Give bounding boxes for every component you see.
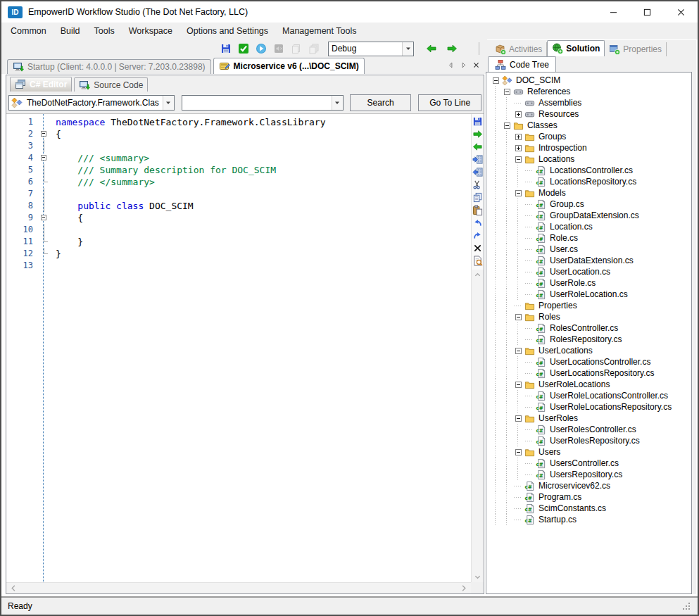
tree-item[interactable]: UserLocations	[486, 345, 691, 356]
menu-options-and-settings[interactable]: Options and Settings	[180, 23, 275, 39]
paste-button[interactable]	[472, 204, 484, 216]
maximize-button[interactable]	[630, 1, 664, 23]
nav-back-button[interactable]	[422, 41, 440, 56]
tree-item[interactable]: c#UserRolesController.cs	[486, 424, 691, 435]
cut-button[interactable]	[472, 179, 484, 191]
chevron-down-icon[interactable]	[332, 96, 343, 110]
forward-arrow-button[interactable]	[472, 128, 484, 140]
collapse-expander-icon[interactable]	[512, 446, 524, 458]
goto-definition-button[interactable]	[472, 153, 484, 165]
tree-item[interactable]: Introspection	[486, 142, 691, 153]
tree-item[interactable]: c#ScimConstants.cs	[486, 503, 691, 514]
redo-button[interactable]	[472, 230, 484, 241]
code-line[interactable]: 13	[6, 260, 471, 272]
fold-collapse-icon[interactable]	[39, 128, 49, 140]
tree-item[interactable]: c#UserRolesRepository.cs	[486, 435, 691, 446]
tab-scroll-right-icon[interactable]	[460, 61, 467, 69]
tree-item[interactable]: Resources	[486, 108, 691, 120]
code-line[interactable]: 4 /// <summary>	[6, 152, 471, 164]
chevron-right-icon[interactable]	[460, 584, 467, 592]
doc-tab[interactable]: Microservice v6 (...\DOC_SCIM)	[213, 58, 365, 74]
copy-button[interactable]	[472, 191, 484, 203]
save-button[interactable]	[217, 41, 234, 56]
tab-scroll-left-icon[interactable]	[447, 61, 455, 69]
code-line[interactable]: 12}	[6, 248, 471, 260]
tree-item[interactable]: UserRoleLocations	[486, 379, 691, 390]
go-to-line-button[interactable]: Go To Line	[418, 94, 481, 111]
tree-item[interactable]: Classes	[486, 120, 691, 131]
expand-expander-icon[interactable]	[512, 131, 524, 142]
preview-button[interactable]	[472, 255, 484, 267]
tree-item[interactable]: References	[486, 86, 691, 97]
tree-item[interactable]: DOC_SCIM	[486, 75, 691, 86]
tree-item[interactable]: c#UserRole.cs	[486, 277, 691, 289]
tab-close-icon[interactable]	[472, 61, 480, 69]
nav-forward-button[interactable]	[443, 41, 460, 56]
close-button[interactable]	[664, 1, 698, 23]
tree-item[interactable]: c#RolesRepository.cs	[486, 334, 691, 345]
build-config-combo[interactable]: Debug	[328, 42, 414, 56]
search-button[interactable]: Search	[350, 94, 412, 111]
menu-build[interactable]: Build	[53, 23, 87, 39]
tree-item[interactable]: Properties	[486, 300, 691, 311]
validate-button[interactable]	[234, 41, 252, 56]
fold-collapse-icon[interactable]	[39, 212, 49, 224]
code-line[interactable]: 5 /// Summary description for DOC_SCIM	[6, 164, 471, 176]
code-line[interactable]: 1namespace TheDotNetFactory.Framework.Cl…	[6, 116, 471, 128]
collapse-expander-icon[interactable]	[512, 379, 524, 390]
tree-item[interactable]: Groups	[486, 131, 691, 142]
collapse-expander-icon[interactable]	[512, 345, 524, 356]
code-line[interactable]: 9 {	[6, 212, 471, 224]
tree-item[interactable]: Models	[486, 187, 691, 199]
tab-properties[interactable]: Properties	[605, 42, 667, 56]
collapse-expander-icon[interactable]	[501, 86, 512, 97]
expand-expander-icon[interactable]	[512, 108, 524, 120]
tree-item[interactable]: c#UsersRepository.cs	[486, 469, 691, 480]
editor-tab-c#-editor[interactable]: C# Editor	[10, 77, 72, 92]
tree-item[interactable]: c#UserLocation.cs	[486, 266, 691, 277]
tree-item[interactable]: c#Startup.cs	[486, 514, 691, 525]
undo-button[interactable]	[472, 217, 484, 229]
tree-item[interactable]: c#Program.cs	[486, 491, 691, 503]
code-line[interactable]: 10	[6, 224, 471, 236]
collapse-expander-icon[interactable]	[512, 187, 524, 199]
collapse-expander-icon[interactable]	[501, 120, 512, 131]
code-line[interactable]: 8 public class DOC_SCIM	[6, 200, 471, 212]
goto-reference-button[interactable]	[472, 166, 484, 178]
chevron-down-icon[interactable]	[402, 42, 413, 56]
menu-tools[interactable]: Tools	[87, 23, 122, 39]
tab-activities[interactable]: Activities	[491, 42, 547, 56]
tree-item[interactable]: Locations	[486, 153, 691, 165]
resize-grip[interactable]	[681, 601, 691, 611]
expand-expander-icon[interactable]	[512, 142, 524, 153]
code-text-area[interactable]: 1namespace TheDotNetFactory.Framework.Cl…	[6, 114, 471, 582]
tree-item[interactable]: c#Group.cs	[486, 199, 691, 210]
tab-code-tree[interactable]: Code Tree	[488, 56, 556, 72]
tree-item[interactable]: c#Microservicev62.cs	[486, 480, 691, 491]
tree-item[interactable]: c#Role.cs	[486, 232, 691, 244]
chevron-down-icon[interactable]	[474, 573, 481, 581]
code-line[interactable]: 2{	[6, 128, 471, 140]
run-button[interactable]	[252, 41, 270, 56]
tree-item[interactable]: c#RolesController.cs	[486, 322, 691, 334]
tree-item[interactable]: Roles	[486, 311, 691, 322]
tree-item[interactable]: c#UserRoleLocation.cs	[486, 289, 691, 300]
tree-item[interactable]: c#UsersController.cs	[486, 458, 691, 469]
save-button[interactable]	[472, 115, 484, 127]
code-line[interactable]: 3	[6, 140, 471, 152]
tree-item[interactable]: Users	[486, 446, 691, 458]
chevron-down-icon[interactable]	[163, 96, 174, 110]
code-line[interactable]: 11 }	[6, 236, 471, 248]
tree-item[interactable]: c#LocationsController.cs	[486, 165, 691, 176]
minimize-button[interactable]	[596, 1, 630, 23]
vertical-scrollbar[interactable]	[472, 270, 484, 582]
tree-item[interactable]: c#User.cs	[486, 244, 691, 255]
tree-item[interactable]: c#UserLocationsController.cs	[486, 356, 691, 367]
menu-management-tools[interactable]: Management Tools	[275, 23, 363, 39]
menu-common[interactable]: Common	[4, 23, 53, 39]
menu-workspace[interactable]: Workspace	[122, 23, 180, 39]
delete-button[interactable]	[472, 242, 484, 254]
chevron-left-icon[interactable]	[10, 584, 18, 592]
tree-item[interactable]: c#UserRoleLocationsRepository.cs	[486, 401, 691, 413]
tree-item[interactable]: c#LocationsRepository.cs	[486, 176, 691, 187]
